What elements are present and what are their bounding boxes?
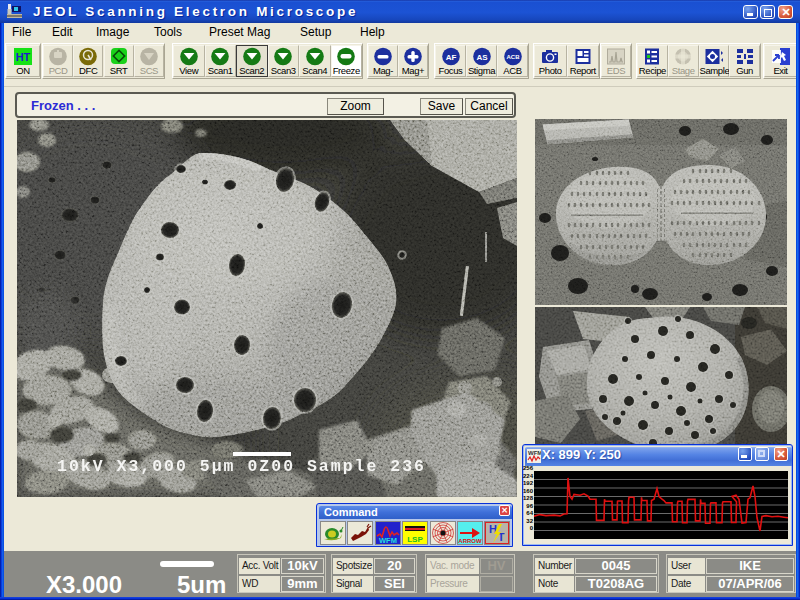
svg-text:HT: HT [16, 51, 31, 63]
svg-text:LSP: LSP [407, 535, 423, 544]
svg-text:WFM: WFM [528, 450, 541, 456]
svg-text:10kV X3,000 5μm 0Z00 Sampl: 10kV X3,000 5μm 0Z00 Sample 236 [57, 457, 426, 476]
svg-text:ACB: ACB [506, 54, 520, 60]
svg-text:AS: AS [476, 53, 488, 62]
svg-text:AF: AF [445, 53, 456, 62]
svg-text:WFM: WFM [379, 536, 397, 544]
svg-text:ARROW: ARROW [458, 538, 482, 544]
